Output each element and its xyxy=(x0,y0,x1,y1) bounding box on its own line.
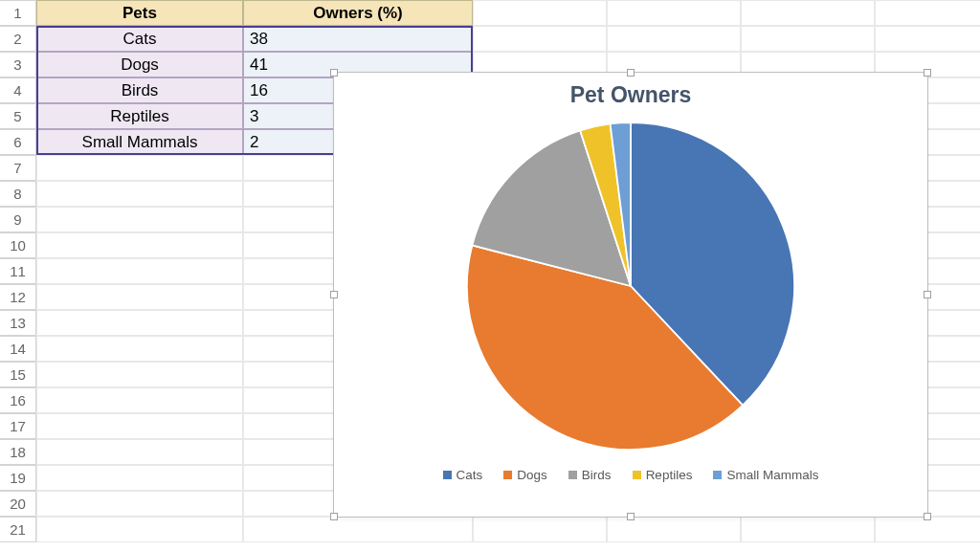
row-header[interactable]: 21 xyxy=(0,517,36,542)
legend-item[interactable]: Birds xyxy=(568,468,612,482)
row-header[interactable]: 9 xyxy=(0,207,36,232)
legend-item[interactable]: Small Mammals xyxy=(713,468,818,482)
row-header[interactable]: 17 xyxy=(0,413,36,439)
cell[interactable] xyxy=(36,387,243,413)
cell[interactable] xyxy=(607,26,741,52)
cell[interactable] xyxy=(36,517,243,542)
cell[interactable] xyxy=(36,491,243,517)
legend-item[interactable]: Dogs xyxy=(503,468,547,482)
table-row-label[interactable]: Cats xyxy=(36,26,243,52)
legend-swatch xyxy=(713,471,722,479)
resize-handle[interactable] xyxy=(330,69,338,77)
cell[interactable] xyxy=(36,336,243,362)
legend-swatch xyxy=(443,471,452,479)
cell[interactable] xyxy=(36,232,243,258)
row-header[interactable]: 5 xyxy=(0,103,36,129)
resize-handle[interactable] xyxy=(330,291,338,298)
row-header[interactable]: 16 xyxy=(0,387,36,413)
legend-label: Dogs xyxy=(517,468,547,482)
cell[interactable] xyxy=(741,517,875,542)
chart-title[interactable]: Pet Owners xyxy=(334,82,927,108)
cell[interactable] xyxy=(473,26,607,52)
row-header[interactable]: 4 xyxy=(0,77,36,103)
row-header[interactable]: 10 xyxy=(0,232,36,258)
resize-handle[interactable] xyxy=(627,69,635,77)
legend-item[interactable]: Cats xyxy=(443,468,483,482)
cell[interactable] xyxy=(36,310,243,336)
cell[interactable] xyxy=(36,155,243,181)
resize-handle[interactable] xyxy=(924,513,931,520)
chart-object[interactable]: Pet Owners CatsDogsBirdsReptilesSmall Ma… xyxy=(333,72,928,518)
row-header[interactable]: 15 xyxy=(0,362,36,387)
table-row-value[interactable]: 38 xyxy=(243,26,473,52)
legend-swatch xyxy=(633,471,641,479)
row-header[interactable]: 2 xyxy=(0,26,36,52)
row-header[interactable]: 14 xyxy=(0,336,36,362)
row-header[interactable]: 6 xyxy=(0,129,36,155)
row-header[interactable]: 3 xyxy=(0,52,36,77)
legend-label: Cats xyxy=(457,468,483,482)
resize-handle[interactable] xyxy=(330,513,338,520)
cell[interactable] xyxy=(741,0,875,26)
resize-handle[interactable] xyxy=(627,513,635,520)
row-header[interactable]: 1 xyxy=(0,0,36,26)
row-header[interactable]: 13 xyxy=(0,310,36,336)
row-header[interactable]: 19 xyxy=(0,465,36,491)
column-header-owners[interactable]: Owners (%) xyxy=(243,0,473,26)
cell[interactable] xyxy=(36,284,243,310)
row-header[interactable]: 20 xyxy=(0,491,36,517)
row-header[interactable]: 18 xyxy=(0,439,36,465)
resize-handle[interactable] xyxy=(924,291,931,298)
cell[interactable] xyxy=(473,0,607,26)
legend-label: Reptiles xyxy=(646,468,693,482)
cell[interactable] xyxy=(741,26,875,52)
legend-swatch xyxy=(503,471,512,479)
table-row-label[interactable]: Birds xyxy=(36,77,243,103)
cell[interactable] xyxy=(875,517,980,542)
legend-swatch xyxy=(568,471,577,479)
table-row-label[interactable]: Dogs xyxy=(36,52,243,77)
cell[interactable] xyxy=(36,207,243,232)
cell[interactable] xyxy=(36,465,243,491)
row-header[interactable]: 8 xyxy=(0,181,36,207)
cell[interactable] xyxy=(473,517,607,542)
table-row-label[interactable]: Reptiles xyxy=(36,103,243,129)
resize-handle[interactable] xyxy=(924,69,931,77)
cell[interactable] xyxy=(36,181,243,207)
legend-label: Small Mammals xyxy=(726,468,818,482)
row-header[interactable]: 11 xyxy=(0,258,36,284)
cell[interactable] xyxy=(607,0,741,26)
cell[interactable] xyxy=(243,517,473,542)
cell[interactable] xyxy=(607,517,741,542)
cell[interactable] xyxy=(36,439,243,465)
row-header[interactable]: 7 xyxy=(0,155,36,181)
column-header-pets[interactable]: Pets xyxy=(36,0,243,26)
cell[interactable] xyxy=(36,362,243,387)
pie-plot[interactable] xyxy=(334,114,927,458)
cell[interactable] xyxy=(36,258,243,284)
cell[interactable] xyxy=(875,26,980,52)
row-header[interactable]: 12 xyxy=(0,284,36,310)
table-row-label[interactable]: Small Mammals xyxy=(36,129,243,155)
legend-item[interactable]: Reptiles xyxy=(633,468,693,482)
chart-legend[interactable]: CatsDogsBirdsReptilesSmall Mammals xyxy=(334,468,927,482)
cell[interactable] xyxy=(875,0,980,26)
cell[interactable] xyxy=(36,413,243,439)
legend-label: Birds xyxy=(582,468,612,482)
